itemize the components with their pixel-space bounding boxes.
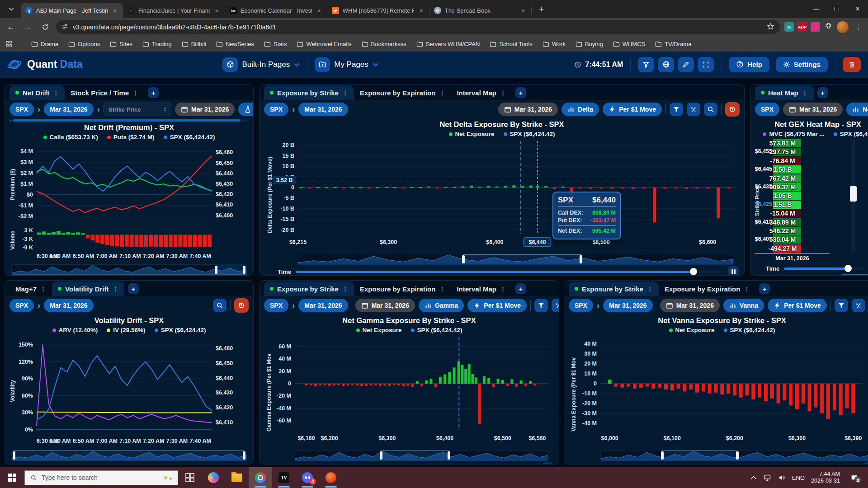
navigator-selection[interactable] [381,450,449,460]
panel-tab[interactable]: Interval Map⋮ [451,282,512,296]
spx-pill[interactable]: SPX [9,103,34,116]
chrome-taskbar-icon[interactable] [249,467,272,488]
tab-close-icon[interactable]: × [418,7,425,14]
horizontal-scrollbar[interactable]: ◂ [9,119,249,122]
tab-menu-icon[interactable]: ⋮ [342,286,348,292]
tab-close-icon[interactable]: × [111,7,118,14]
settings-button[interactable]: Settings [776,57,828,72]
task-view-taskbar-icon[interactable] [178,467,202,488]
bookmark-item[interactable]: TV/Drama [655,41,691,47]
reload-button[interactable] [39,21,52,33]
navigator-handle[interactable] [580,255,582,263]
time-track[interactable] [296,271,723,273]
navigator-handle[interactable] [736,451,739,460]
vanna-pill[interactable]: Vanna [723,299,764,312]
filter-button[interactable] [638,57,654,72]
bookmark-item[interactable]: Optoons [68,41,100,47]
panel-tab[interactable]: Exposure by Expiration⋮ [354,282,451,296]
volume-icon[interactable] [778,474,786,481]
address-bar[interactable]: v3.quantdata.us/page/custom/3bdaa9b2-c8d… [56,20,780,34]
panel-tab[interactable]: Net Drift⋮ [9,85,65,100]
pause-button[interactable] [863,462,868,465]
file-explorer-taskbar-icon[interactable] [225,467,249,488]
tab-search-button[interactable] [5,2,18,16]
spx-pill[interactable]: SPX [9,299,34,312]
spx-pill[interactable]: SPX [755,103,779,116]
chart-navigator[interactable] [11,264,247,275]
bookmark-item[interactable]: Bilibili [182,41,206,47]
start-button[interactable] [0,467,24,488]
tradingview-taskbar-icon[interactable]: TV [272,467,296,488]
heatmap-row[interactable]: 546.22 M [750,227,868,235]
network-icon[interactable] [763,474,771,481]
panel-tab[interactable]: Exposure by Expiration⋮ [354,85,451,100]
mar-31-2026-pill[interactable]: Mar 31, 2026 [44,103,93,116]
mar-31-2026-pill[interactable]: Mar 31, 2026 [603,299,652,312]
mar-31-2026-pill[interactable]: Mar 31, 2026 [355,299,415,312]
tab-menu-icon[interactable]: ⋮ [40,286,46,292]
chart-navigator[interactable] [600,450,868,461]
tab-menu-icon[interactable]: ⋮ [647,286,653,292]
heatmap-row[interactable]: 767.42 M [750,174,868,183]
per-1-move-pill[interactable]: Per $1 Move [467,299,527,312]
tab-menu-icon[interactable]: ⋮ [500,286,506,292]
spx-pill[interactable]: SPX [264,103,288,116]
navigator-handle[interactable] [462,255,465,263]
tab-menu-icon[interactable]: ⋮ [53,89,59,96]
pause-button[interactable] [728,266,739,276]
navigator-handle[interactable] [380,451,382,460]
panel-tab[interactable]: Heat Map⋮ [755,85,814,100]
panel-tab[interactable]: Stock Price / Time⋮ [65,85,144,100]
extension-icon[interactable]: ABP [797,22,807,32]
bookmark-item[interactable]: Servers WHM/CPAN [416,41,480,47]
per-1-move-pill[interactable]: Per $1 Move [768,299,827,312]
browser-tab[interactable]: cPWHM [ns536779] Remote Root× [327,3,429,18]
bookmark-item[interactable]: Webnovel Emails [297,41,351,47]
mar-31-2026-pill[interactable]: Mar 31, 2026 [783,103,843,116]
back-button[interactable]: ← [5,21,17,33]
bookmark-item[interactable]: Sites [110,41,132,47]
plusminus-button[interactable] [552,299,559,312]
time-knob[interactable] [844,265,852,272]
spx-pill[interactable]: SPX [569,299,593,312]
url-text[interactable]: v3.quantdata.us/page/custom/3bdaa9b2-c8d… [73,23,762,31]
heatmap-row[interactable]: $6,455297.75 M [750,148,868,156]
app-logo[interactable]: Quant Data [7,58,83,71]
delta-pill[interactable]: Delta [561,103,599,116]
navigator-selection[interactable] [463,254,580,264]
extension-icon[interactable]: 15 [784,22,794,32]
delete-page-button[interactable] [843,57,861,72]
my-pages-menu[interactable]: My Pages [315,57,378,72]
time-knob[interactable] [517,464,524,465]
history-reset-button[interactable] [234,298,249,313]
heatmap-row[interactable]: $6,405530.04 M [750,235,868,244]
tab-menu-icon[interactable]: ⋮ [439,286,445,292]
tab-menu-icon[interactable]: ⋮ [342,89,348,96]
add-tab-button[interactable]: + [148,87,159,98]
bookmark-item[interactable]: Drama [31,41,58,47]
bookmark-star-icon[interactable] [767,23,774,32]
tab-menu-icon[interactable]: ⋮ [744,286,750,292]
heatmap-row[interactable]: 573.81 M [750,139,868,148]
minimize-button[interactable]: — [806,0,826,18]
time-track[interactable] [784,267,864,270]
time-knob[interactable] [837,464,844,465]
navigator-selection[interactable] [662,450,737,460]
site-settings-icon[interactable] [61,23,68,31]
bookmark-item[interactable]: Buying [576,41,603,47]
navigator-selection[interactable] [216,265,244,275]
forward-button[interactable]: → [22,21,34,33]
chart-navigator[interactable] [11,450,247,461]
bookmark-item[interactable]: Stats [264,41,287,47]
strike-price-select[interactable]: Strike Price▲▼ [104,103,171,116]
notifications-button[interactable]: 2 [846,471,862,484]
mar-31-2026-pill[interactable]: Mar 31, 2026 [175,103,235,116]
tab-close-icon[interactable]: × [520,7,527,14]
taskbar-search[interactable]: Type here to search ✦✦ [24,470,178,485]
globe-button[interactable] [658,57,674,72]
panel-tab[interactable]: Exposure by Strike⋮ [264,282,354,296]
per-1-move-pill[interactable]: Per $1 Move [603,103,662,116]
heatmap-row[interactable]: -76.84 M [750,157,868,165]
heatmap-row[interactable]: -15.04 M [750,209,868,218]
navigator-handle[interactable] [243,451,245,460]
